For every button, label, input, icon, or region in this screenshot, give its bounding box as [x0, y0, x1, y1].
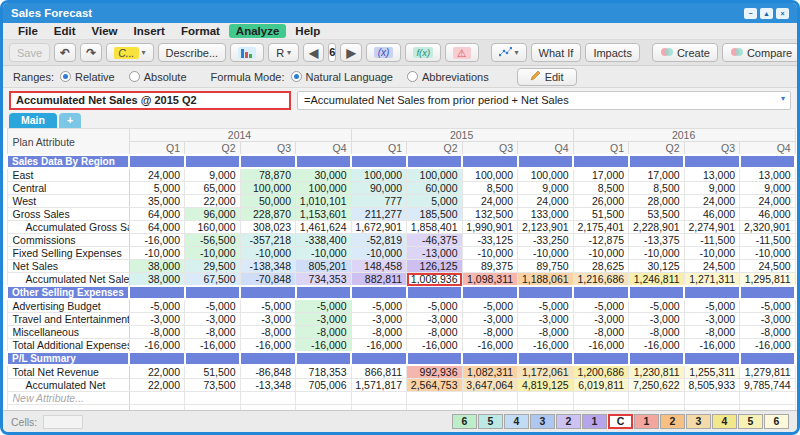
grid-cell[interactable]: -16,000	[518, 339, 574, 353]
grid-cell[interactable]: -3,000	[462, 313, 518, 326]
grid-cell[interactable]: -33,125	[462, 234, 518, 247]
grid-cell[interactable]: -5,000	[185, 299, 241, 313]
undo-icon[interactable]: ↶	[54, 43, 76, 62]
grid-cell[interactable]: 3,647,064	[462, 379, 518, 392]
row-label[interactable]: Gross Sales	[7, 208, 129, 221]
grid-cell[interactable]: -12,875	[573, 234, 629, 247]
what-if-button[interactable]: What If	[531, 43, 582, 62]
color-style-button[interactable]: C... ▾	[106, 43, 153, 62]
grid-cell[interactable]: -357,218	[240, 234, 296, 247]
grid-cell[interactable]: -33,250	[518, 234, 574, 247]
grid-cell[interactable]: 30,125	[629, 260, 685, 273]
create-button[interactable]: Create	[652, 43, 718, 62]
grid-cell[interactable]: 5,000	[129, 182, 185, 195]
grid-cell[interactable]: 4,819,125	[518, 379, 574, 392]
grid-cell[interactable]: -10,000	[740, 247, 796, 260]
grid-cell[interactable]: 100,000	[407, 168, 463, 182]
grid-cell[interactable]: -13,000	[407, 247, 463, 260]
grid-cell[interactable]: -8,000	[740, 326, 796, 339]
grid-cell[interactable]: 1,200,686	[573, 365, 629, 379]
grid-cell[interactable]: 8,500	[573, 182, 629, 195]
grid-cell[interactable]: -16,000	[629, 339, 685, 353]
grid-cell[interactable]: 51,500	[573, 208, 629, 221]
grid-cell[interactable]: 24,000	[518, 195, 574, 208]
close-icon[interactable]: ×	[776, 8, 789, 19]
grid-cell[interactable]: -8,000	[629, 326, 685, 339]
grid-cell[interactable]	[129, 392, 185, 405]
grid-cell[interactable]: -3,000	[129, 313, 185, 326]
grid-cell[interactable]: 718,353	[296, 365, 352, 379]
grid-cell[interactable]: 13,000	[684, 168, 740, 182]
grid-cell[interactable]: -8,000	[351, 326, 407, 339]
grid-cell[interactable]: 1,672,901	[351, 221, 407, 234]
grid-cell[interactable]: -70,848	[240, 273, 296, 287]
grid-cell[interactable]: 30,000	[296, 168, 352, 182]
grid-cell[interactable]: 185,500	[407, 208, 463, 221]
maximize-icon[interactable]: ▲	[760, 8, 773, 19]
grid-cell[interactable]: 2,564,753	[407, 379, 463, 392]
grid-cell[interactable]	[684, 392, 740, 405]
menu-item-insert[interactable]: Insert	[127, 24, 172, 38]
grid-cell[interactable]: -8,000	[129, 326, 185, 339]
impacts-button[interactable]: Impacts	[585, 43, 640, 62]
warnings-button[interactable]: ⚠	[445, 43, 478, 62]
grid-cell[interactable]: 46,000	[684, 208, 740, 221]
grid-cell[interactable]: 100,000	[296, 182, 352, 195]
compare-button[interactable]: Compare	[722, 43, 800, 62]
grid-cell[interactable]: -5,000	[407, 299, 463, 313]
grid-cell[interactable]: 1,246,811	[629, 273, 685, 287]
grid-cell[interactable]: 100,000	[240, 182, 296, 195]
grid-cell[interactable]: -10,000	[684, 247, 740, 260]
grid-cell[interactable]: 24,000	[740, 195, 796, 208]
grid-cell[interactable]: -5,000	[240, 299, 296, 313]
grid-cell[interactable]: 2,228,901	[629, 221, 685, 234]
grid-cell[interactable]: 5,000	[407, 195, 463, 208]
grid-cell[interactable]: -3,000	[407, 313, 463, 326]
grid-cell[interactable]: 9,000	[185, 168, 241, 182]
grid-cell[interactable]: -3,000	[518, 313, 574, 326]
row-label[interactable]: Accumulated Net	[7, 379, 129, 392]
grid-cell[interactable]: -16,000	[740, 339, 796, 353]
grid-cell[interactable]	[240, 392, 296, 405]
grid-cell[interactable]: 866,811	[351, 365, 407, 379]
grid-cell[interactable]: 1,188,061	[518, 273, 574, 287]
grid-cell[interactable]: 22,000	[129, 365, 185, 379]
grid-cell[interactable]: 126,125	[407, 260, 463, 273]
grid-cell[interactable]: 805,201	[296, 260, 352, 273]
row-label[interactable]: Commissions	[7, 234, 129, 247]
grid-cell[interactable]: 100,000	[462, 168, 518, 182]
grid-cell[interactable]: 22,000	[129, 379, 185, 392]
redo-icon[interactable]: ↷	[80, 43, 102, 62]
grid-cell[interactable]: -3,000	[296, 313, 352, 326]
minimize-icon[interactable]: −	[744, 8, 757, 19]
row-label[interactable]: West	[7, 195, 129, 208]
grid-cell[interactable]: -10,000	[296, 247, 352, 260]
grid-cell[interactable]: -3,000	[351, 313, 407, 326]
grid-cell[interactable]: -3,000	[240, 313, 296, 326]
menu-item-analyze[interactable]: Analyze	[229, 24, 286, 38]
grid-cell[interactable]: 2,320,901	[740, 221, 796, 234]
grid-cell[interactable]: 1,010,101	[296, 195, 352, 208]
grid-cell[interactable]: -8,000	[185, 326, 241, 339]
radio-relative[interactable]: Relative	[60, 71, 115, 83]
grid-cell[interactable]: 60,000	[407, 182, 463, 195]
grid-cell[interactable]: -16,000	[296, 339, 352, 353]
grid-cell[interactable]: 9,000	[684, 182, 740, 195]
grid-cell[interactable]: 228,870	[240, 208, 296, 221]
grid-cell[interactable]: -5,000	[684, 299, 740, 313]
grid-cell[interactable]: -5,000	[629, 299, 685, 313]
grid-cell[interactable]: 24,500	[684, 260, 740, 273]
grid-cell[interactable]: -86,848	[240, 365, 296, 379]
menu-item-format[interactable]: Format	[174, 24, 227, 38]
grid-cell[interactable]: 133,000	[518, 208, 574, 221]
grid-cell[interactable]: 1,295,811	[740, 273, 796, 287]
grid-cell[interactable]	[407, 392, 463, 405]
grid-cell[interactable]: 26,000	[573, 195, 629, 208]
grid-cell[interactable]: 1,172,061	[518, 365, 574, 379]
grid-cell[interactable]: 8,500	[462, 182, 518, 195]
grid-cell[interactable]: -10,000	[462, 247, 518, 260]
cell-name-box[interactable]	[9, 91, 291, 110]
grid-cell[interactable]	[740, 392, 796, 405]
grid-cell[interactable]	[629, 392, 685, 405]
function-button[interactable]: f(x)	[405, 43, 441, 62]
